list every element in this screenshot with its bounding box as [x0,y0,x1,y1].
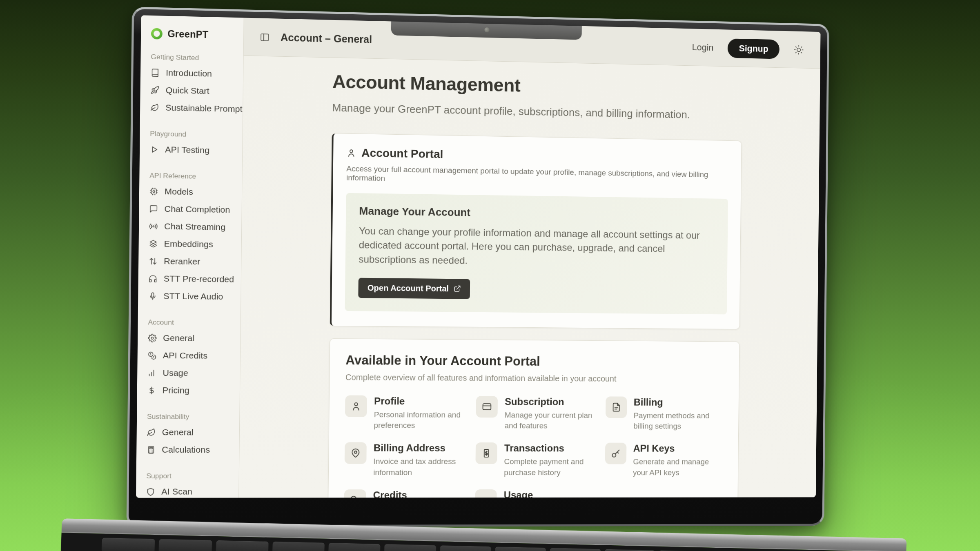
sidebar-item[interactable]: Pricing [137,382,240,400]
account-portal-card: Account Portal Access your full account … [330,133,742,329]
portal-card-header: Account Portal [347,146,729,166]
feature-grid: Profile Personal information and prefere… [344,395,724,498]
sidebar-item-label: Introduction [166,68,212,79]
sidebar-item-icon [148,333,157,342]
sidebar-item[interactable]: Embeddings [138,235,241,253]
sidebar-item-label: General [162,427,194,438]
sidebar-item[interactable]: Introduction [140,63,243,83]
sidebar-item[interactable]: Sustainable Prompting [140,98,243,118]
feature-item: Billing Address Invoice and tax address … [344,442,466,478]
brand-logo[interactable]: GreenPT [141,26,243,41]
sidebar-section-label: Sustainability [137,413,239,421]
signup-button[interactable]: Signup [728,38,780,59]
sidebar-item-icon [151,68,160,77]
sidebar-section: Support AI Scan [136,472,239,498]
sidebar-section: Account General API Credits [137,318,241,400]
external-link-icon [454,285,461,293]
feature-description: Personal information and preferences [374,409,466,431]
sidebar-item-icon [150,85,159,94]
sidebar-section-label: Support [136,472,238,480]
login-link[interactable]: Login [692,42,714,53]
feature-title: Transactions [504,442,595,454]
laptop-mockup: GreenPT Getting Started Introduction [126,7,829,551]
keyboard-key [384,544,436,551]
feature-title: Subscription [505,396,596,408]
theme-toggle-sun-icon[interactable] [793,44,804,55]
user-icon [347,148,356,158]
feature-text: Billing Address Invoice and tax address … [373,442,466,478]
feature-icon [476,396,498,418]
sidebar-item[interactable]: API Credits [138,347,241,364]
sidebar-item-label: Pricing [163,385,189,395]
sidebar-item-label: Embeddings [164,239,213,249]
sidebar-item-icon [149,204,158,213]
feature-title: Billing [634,397,724,409]
features-card-title: Available in Your Account Portal [345,353,724,370]
feature-text: Transactions Complete payment and purcha… [504,442,595,478]
sidebar-item[interactable]: Chat Streaming [139,217,242,236]
sidebar-toggle-icon[interactable] [260,32,270,42]
feature-description: Manage your current plan and features [504,410,596,431]
sidebar-item[interactable]: AI Scan [136,483,239,498]
sidebar-item-label: General [163,333,194,343]
sidebar-item[interactable]: Reranker [138,252,241,271]
sidebar-item[interactable]: STT Pre-recorded [138,270,241,288]
feature-title: Credits [373,489,466,498]
feature-icon [345,395,367,417]
sidebar-section-label: Getting Started [140,53,243,63]
feature-icon [345,442,367,464]
sidebar-item-label: Quick Start [166,85,209,96]
sidebar-item-icon [147,351,156,360]
feature-text: Subscription Manage your current plan an… [504,396,596,431]
feature-text: Billing Payment methods and billing sett… [633,397,724,432]
feature-item: Usage Detailed analytics and usage stati… [475,489,595,498]
topbar-right: Login Signup [692,38,804,60]
sidebar-item[interactable]: Usage [137,364,240,382]
feature-item: Subscription Manage your current plan an… [476,396,596,431]
feature-icon [344,489,366,498]
manage-account-body: You can change your profile information … [359,224,715,271]
sidebar-item-icon [149,239,158,248]
sidebar: GreenPT Getting Started Introduction [136,15,244,498]
sidebar-item[interactable]: API Testing [140,140,243,160]
sidebar-section-label: Account [138,318,240,327]
main-pane: Account – General Login Signup Account M… [239,18,820,498]
topbar-left: Account – General [260,31,372,46]
sidebar-nav: Getting Started Introduction [136,53,243,498]
feature-item: Credits Monitor and purchase API credits [344,489,466,498]
sidebar-item-icon [147,445,156,454]
features-card: Available in Your Account Portal Complet… [327,338,739,498]
feature-text: Profile Personal information and prefere… [374,395,466,431]
feature-text: Usage Detailed analytics and usage stati… [503,489,595,498]
feature-text: Credits Monitor and purchase API credits [373,489,466,498]
sidebar-item[interactable]: Chat Completion [139,200,242,218]
sidebar-item[interactable]: Models [139,182,242,201]
sidebar-item-icon [147,386,156,394]
keyboard-key [440,545,491,551]
sidebar-item-label: Reranker [164,256,200,267]
sidebar-item-label: API Credits [163,351,208,361]
feature-icon [606,396,627,418]
sidebar-item-icon [146,487,155,496]
sidebar-item[interactable]: Quick Start [140,81,243,100]
sidebar-item-icon [147,369,156,377]
feature-text: API Keys Generate and manage your API ke… [633,443,723,478]
sidebar-section: Playground API Testing [140,129,243,160]
sidebar-item-label: Usage [163,368,188,378]
sidebar-section-label: Playground [140,129,242,140]
sidebar-item-icon [148,274,157,283]
sidebar-item[interactable]: General [137,423,240,441]
sidebar-item-icon [148,291,157,300]
open-account-portal-button[interactable]: Open Account Portal [358,278,470,299]
sidebar-section: Getting Started Introduction [140,53,243,118]
sidebar-item-label: Sustainable Prompting [165,102,244,114]
sidebar-item[interactable]: Calculations [136,441,239,458]
sidebar-item[interactable]: STT Live Audio [138,287,241,305]
keyboard-key [216,540,268,551]
feature-item: Profile Personal information and prefere… [345,395,467,431]
feature-icon [476,442,497,464]
feature-description: Generate and manage your API keys [633,457,723,478]
sidebar-item[interactable]: General [138,329,241,347]
content-container: Account Management Manage your GreenPT a… [327,58,743,498]
sidebar-item-label: Chat Streaming [164,221,225,232]
